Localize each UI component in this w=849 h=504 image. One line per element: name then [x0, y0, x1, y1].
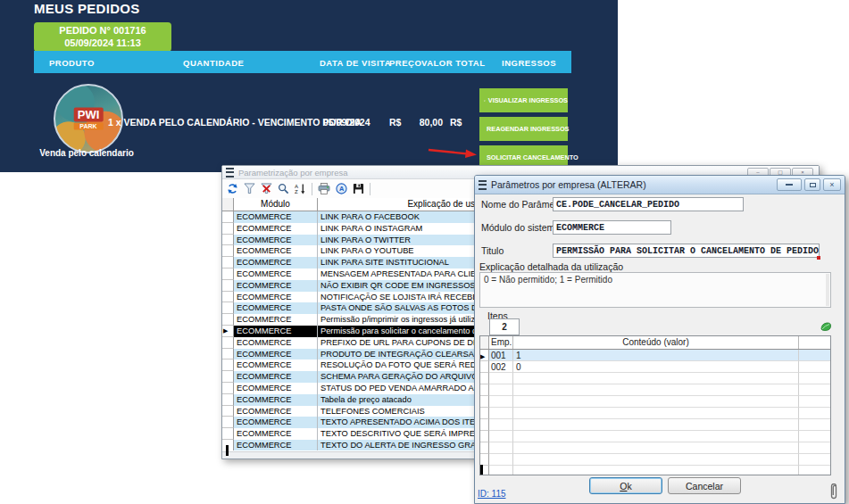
maximize-button[interactable]: [804, 178, 820, 191]
visit-date: 05/09/2024: [323, 117, 370, 128]
record-id-link[interactable]: ID: 115: [478, 489, 506, 499]
itens-row[interactable]: [480, 454, 830, 466]
row-gutter: [222, 223, 234, 235]
itens-row[interactable]: [480, 408, 830, 419]
itens-row[interactable]: [480, 384, 830, 396]
row-module: ECOMMERCE: [234, 406, 318, 417]
print-icon[interactable]: [318, 183, 330, 194]
paperclip-icon[interactable]: [828, 483, 839, 501]
row-gutter: [222, 235, 234, 246]
row-extra: [799, 408, 830, 419]
explanation-label: Explicação detalhada da utilização: [479, 261, 623, 272]
text-caret: [226, 445, 229, 456]
itens-grid: Emp. Conteúdo (valor) 001 1: [479, 335, 831, 475]
module-label: Módulo do sistema: [481, 222, 560, 233]
ok-button[interactable]: Ok: [589, 477, 662, 494]
row-extra: [799, 454, 830, 466]
row-extra: [799, 442, 830, 454]
row-extra: [799, 431, 830, 442]
itens-row[interactable]: [480, 442, 830, 454]
row-module: ECOMMERCE: [234, 245, 318, 257]
row-module: ECOMMERCE: [234, 326, 318, 337]
text-caret: [480, 465, 483, 475]
save-icon[interactable]: [353, 183, 364, 194]
column-quantidade: QUANTIDADE: [183, 58, 244, 68]
param-name-field[interactable]: CE.PODE_CANCELAR_PEDIDO: [553, 197, 744, 211]
price-value: 80,00: [407, 117, 443, 128]
row-gutter: [222, 314, 234, 326]
row-gutter: [222, 337, 234, 349]
row-gutter: [480, 396, 489, 408]
refresh-icon[interactable]: [227, 183, 238, 194]
module-column-header[interactable]: Módulo: [234, 198, 318, 211]
minimize-button[interactable]: [777, 178, 802, 191]
title-field[interactable]: PERMISSÃO PARA SOLICITAR O CANCELAMENTO …: [553, 244, 820, 258]
zoom-icon[interactable]: [278, 183, 289, 194]
order-table-header: [34, 51, 571, 73]
row-emp: [489, 454, 513, 466]
row-gutter: [222, 326, 234, 337]
row-gutter: [222, 280, 234, 292]
itens-row[interactable]: [480, 431, 830, 442]
row-module: ECOMMERCE: [234, 417, 318, 428]
row-module: ECOMMERCE: [234, 440, 318, 450]
itens-row[interactable]: [480, 419, 830, 431]
parametros-dialog: Parâmetros por empresa (ALTERAR) × Nome …: [474, 175, 845, 504]
row-gutter: [480, 373, 489, 384]
itens-row[interactable]: 001 1: [480, 350, 830, 361]
circled-a-icon[interactable]: A: [336, 183, 347, 194]
extra-column-header: [799, 336, 830, 349]
cancel-button[interactable]: Cancelar: [668, 477, 741, 494]
visualizar-ingressos-button[interactable]: VISUALIZAR INGRESSOS: [479, 88, 568, 112]
itens-count-field[interactable]: 2: [489, 318, 520, 335]
logo-text-bottom: PARK: [74, 123, 104, 130]
close-button[interactable]: ×: [823, 178, 841, 191]
row-module: ECOMMERCE: [234, 235, 318, 246]
itens-row[interactable]: [480, 396, 830, 408]
menu-icon[interactable]: [226, 168, 234, 178]
row-module: ECOMMERCE: [234, 371, 318, 383]
row-value: [513, 373, 799, 384]
dialog-titlebar[interactable]: Parâmetros por empresa (ALTERAR) ×: [475, 176, 845, 194]
row-module: ECOMMERCE: [234, 383, 318, 394]
itens-row[interactable]: [480, 373, 830, 384]
row-module: ECOMMERCE: [234, 314, 318, 326]
orders-panel: MEUS PEDIDOS PEDIDO N° 001716 05/09/2024…: [0, 0, 618, 172]
row-gutter: [222, 349, 234, 360]
reagendar-ingressos-button[interactable]: REAGENDAR INGRESSOS: [479, 117, 568, 141]
row-extra: [799, 396, 830, 408]
row-emp: 002: [489, 361, 513, 373]
row-module: ECOMMERCE: [234, 292, 318, 303]
gutter-header: [480, 336, 489, 349]
toolbar-separator: [370, 183, 370, 195]
itens-row[interactable]: [480, 466, 830, 475]
row-extra: [799, 373, 830, 384]
row-emp: [489, 442, 513, 454]
sort-az-icon[interactable]: AZ: [295, 183, 306, 194]
row-value: 0: [513, 361, 799, 373]
row-value: 1: [513, 350, 799, 361]
row-value: [513, 408, 799, 419]
row-gutter: [480, 361, 489, 373]
row-emp: [489, 373, 513, 384]
row-gutter: [222, 371, 234, 383]
row-value: [513, 431, 799, 442]
explanation-box[interactable]: 0 = Não permitido; 1 = Permitido: [479, 272, 831, 308]
filter-icon[interactable]: [244, 183, 255, 194]
row-extra: [799, 384, 830, 396]
itens-row[interactable]: 002 0: [480, 361, 830, 373]
total-currency: R$: [450, 117, 462, 128]
itens-action-icon[interactable]: [820, 321, 832, 333]
filter-clear-icon[interactable]: [261, 183, 272, 194]
row-gutter: [222, 245, 234, 257]
row-value: [513, 384, 799, 396]
row-module: ECOMMERCE: [234, 428, 318, 440]
cancel-button-label: Cancelar: [686, 481, 723, 492]
row-module: ECOMMERCE: [234, 211, 318, 223]
value-column-header[interactable]: Conteúdo (valor): [513, 336, 799, 349]
emp-column-header[interactable]: Emp.: [489, 336, 513, 349]
row-value: [513, 396, 799, 408]
menu-icon[interactable]: [479, 180, 487, 190]
module-field[interactable]: ECOMMERCE: [553, 220, 671, 235]
row-gutter: [222, 359, 234, 371]
